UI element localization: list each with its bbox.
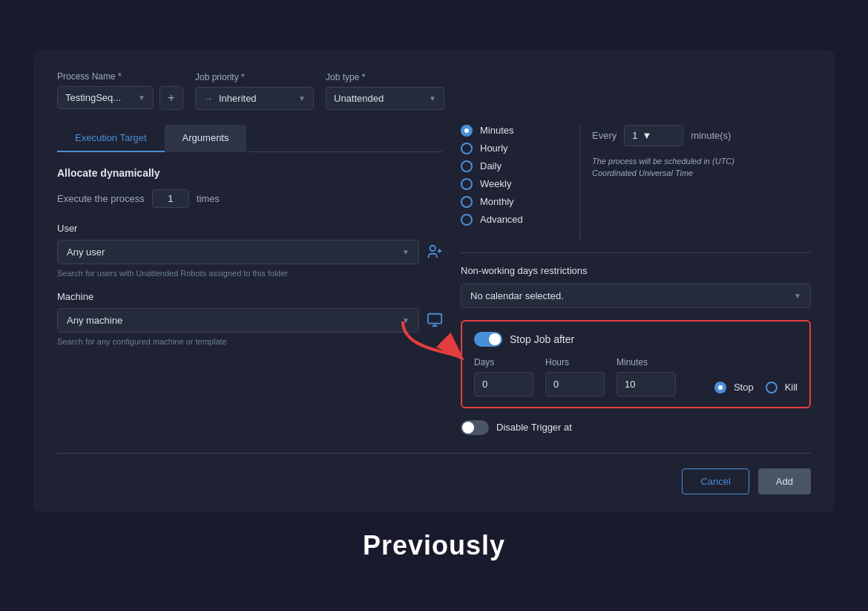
days-field-group: Days xyxy=(474,357,533,396)
add-button[interactable]: Add xyxy=(758,468,811,494)
user-helper-text: Search for users with Unattended Robots … xyxy=(57,269,443,278)
radio-daily[interactable]: Daily xyxy=(461,160,579,172)
radio-daily-circle xyxy=(461,160,473,172)
job-priority-label: Job priority * xyxy=(195,72,314,82)
disable-trigger-row: Disable Trigger at xyxy=(461,420,811,435)
previously-text: Previously xyxy=(363,530,505,561)
minutes-field-group: Minutes xyxy=(617,357,676,396)
radio-kill-circle xyxy=(766,382,777,393)
non-working-days-label: Non-working days restrictions xyxy=(461,265,811,276)
job-type-value: Unattended xyxy=(334,93,384,104)
add-user-button[interactable] xyxy=(427,244,443,260)
radio-weekly-circle xyxy=(461,178,473,190)
stop-job-header: Stop Job after xyxy=(474,332,798,347)
stop-job-box: Stop Job after Days Hours Minutes xyxy=(461,320,811,408)
radio-stop-circle xyxy=(714,382,726,393)
times-label: times xyxy=(197,193,220,204)
process-name-label: Process Name * xyxy=(57,71,183,82)
every-chevron-icon: ▼ xyxy=(642,130,651,141)
execute-times-input[interactable] xyxy=(152,189,189,208)
radio-hourly[interactable]: Hourly xyxy=(461,143,579,154)
radio-stop-label: Stop xyxy=(734,382,754,393)
hours-input[interactable] xyxy=(545,372,605,396)
radio-monthly[interactable]: Monthly xyxy=(461,196,579,208)
radio-kill-label: Kill xyxy=(785,382,798,393)
stop-job-title: Stop Job after xyxy=(510,333,574,345)
machine-icon-button[interactable] xyxy=(427,312,443,328)
job-type-label: Job type * xyxy=(326,72,444,82)
allocate-title: Allocate dynamically xyxy=(57,167,443,179)
timezone-note: The process will be scheduled in (UTC) C… xyxy=(592,155,777,180)
radio-minutes-label: Minutes xyxy=(480,125,514,136)
process-name-chevron-icon: ▼ xyxy=(138,94,145,102)
svg-point-0 xyxy=(430,246,435,251)
tab-execution-target[interactable]: Execution Target xyxy=(57,125,165,152)
calendar-placeholder: No calendar selected. xyxy=(470,290,564,301)
calendar-chevron-icon: ▼ xyxy=(794,292,801,300)
stop-job-toggle[interactable] xyxy=(474,332,502,347)
machine-value: Any machine xyxy=(67,315,122,326)
machine-chevron-icon: ▼ xyxy=(402,316,410,324)
radio-weekly-label: Weekly xyxy=(480,178,511,189)
radio-daily-label: Daily xyxy=(480,160,502,171)
radio-advanced-label: Advanced xyxy=(480,214,523,225)
user-dropdown[interactable]: Any user ▼ xyxy=(57,240,419,264)
radio-weekly[interactable]: Weekly xyxy=(461,178,579,190)
machine-helper-text: Search for any configured machine or tem… xyxy=(57,337,443,346)
frequency-radio-group: Minutes Hourly Daily Weekly xyxy=(461,125,579,226)
days-label: Days xyxy=(474,357,533,367)
radio-kill[interactable]: Kill xyxy=(766,382,798,393)
job-priority-select[interactable]: → Inherited ▼ xyxy=(195,87,314,110)
disable-trigger-toggle[interactable] xyxy=(461,420,489,435)
process-name-value: TestingSeq... xyxy=(65,92,121,103)
stop-minutes-label: Minutes xyxy=(617,357,676,367)
job-type-select[interactable]: Unattended ▼ xyxy=(326,87,444,110)
priority-arrow-icon: → xyxy=(203,93,213,104)
user-chevron-icon: ▼ xyxy=(402,248,410,256)
process-name-select[interactable]: TestingSeq... ▼ xyxy=(57,86,154,109)
every-value-select[interactable]: 1 ▼ xyxy=(624,125,683,146)
hours-field-group: Hours xyxy=(545,357,605,396)
radio-hourly-label: Hourly xyxy=(480,143,508,154)
days-input[interactable] xyxy=(474,372,533,396)
job-priority-value: Inherited xyxy=(219,93,257,104)
machine-dropdown[interactable]: Any machine ▼ xyxy=(57,308,419,333)
machine-label: Machine xyxy=(57,291,443,302)
radio-advanced-circle xyxy=(461,214,473,226)
job-type-chevron-icon: ▼ xyxy=(429,94,436,102)
tab-bar: Execution Target Arguments xyxy=(57,125,443,152)
cancel-button[interactable]: Cancel xyxy=(682,468,749,494)
every-unit: minute(s) xyxy=(691,130,731,141)
every-value: 1 xyxy=(632,130,637,141)
tab-arguments[interactable]: Arguments xyxy=(165,125,247,152)
radio-monthly-label: Monthly xyxy=(480,196,514,207)
svg-rect-3 xyxy=(428,314,441,324)
user-value: Any user xyxy=(67,246,105,258)
hours-label: Hours xyxy=(545,357,605,367)
execute-label: Execute the process xyxy=(57,193,145,204)
stop-kill-radio-group: Stop Kill xyxy=(714,382,798,396)
radio-minutes[interactable]: Minutes xyxy=(461,125,579,137)
calendar-dropdown[interactable]: No calendar selected. ▼ xyxy=(461,284,811,308)
disable-trigger-label: Disable Trigger at xyxy=(496,422,572,433)
user-label: User xyxy=(57,223,443,234)
add-process-button[interactable]: + xyxy=(160,86,183,110)
radio-monthly-circle xyxy=(461,196,473,208)
radio-minutes-circle xyxy=(461,125,473,137)
radio-hourly-circle xyxy=(461,143,473,154)
job-priority-chevron-icon: ▼ xyxy=(298,94,306,102)
radio-stop[interactable]: Stop xyxy=(714,382,754,393)
footer: Cancel Add xyxy=(57,453,811,494)
every-label: Every xyxy=(592,130,617,141)
minutes-input[interactable] xyxy=(617,372,676,396)
radio-advanced[interactable]: Advanced xyxy=(461,214,579,226)
